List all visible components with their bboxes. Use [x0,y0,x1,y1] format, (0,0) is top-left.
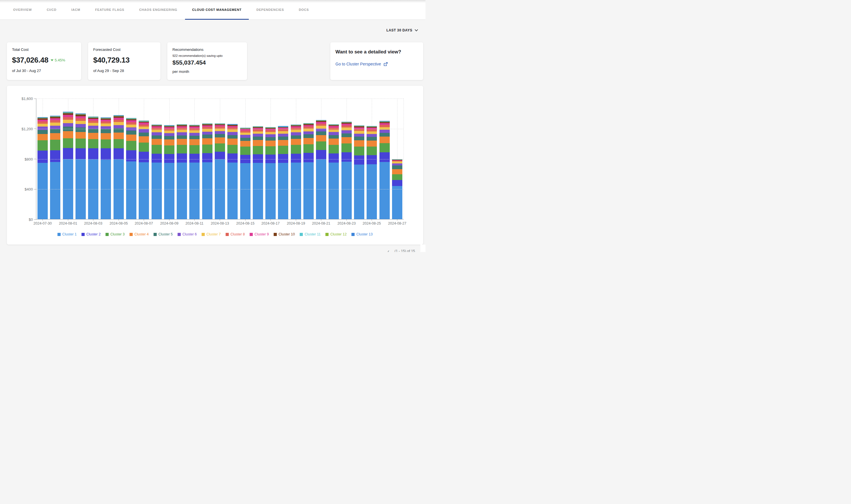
bar-segment-cluster-7[interactable] [227,129,238,132]
bar-segment-cluster-8[interactable] [50,120,60,123]
bar-segment-cluster-1[interactable] [303,162,314,219]
bar-segment-cluster-5[interactable] [88,129,98,133]
bar-segment-cluster-4[interactable] [278,140,288,146]
bar-segment-cluster-3[interactable] [253,146,263,154]
bar-segment-cluster-6[interactable] [291,132,301,136]
bar-segment-cluster-2[interactable] [37,150,48,163]
bar-segment-cluster-1[interactable] [329,163,339,219]
bar-segment-cluster-1[interactable] [278,163,288,219]
bar-segment-cluster-7[interactable] [291,130,301,132]
bar-segment-cluster-2[interactable] [367,155,377,164]
bar-segment-cluster-2[interactable] [101,148,111,160]
legend-item-cluster-2[interactable]: Cluster 2 [82,232,101,236]
bar-segment-cluster-1[interactable] [37,163,48,219]
bar-segment-cluster-9[interactable] [37,120,48,122]
tab-cloud-cost-management[interactable]: CLOUD COST MANAGEMENT [192,0,242,19]
bar-segment-cluster-7[interactable] [63,120,73,123]
bar-segment-cluster-5[interactable] [227,135,238,139]
bar-segment-cluster-5[interactable] [50,129,60,133]
bar-segment-cluster-7[interactable] [126,125,136,127]
bar-segment-cluster-1[interactable] [139,162,149,219]
bar-segment-cluster-1[interactable] [253,163,263,219]
bar-segment-cluster-2[interactable] [63,148,73,159]
legend-item-cluster-3[interactable]: Cluster 3 [105,232,125,236]
bar-segment-cluster-3[interactable] [291,145,301,154]
bar-segment-cluster-5[interactable] [215,134,225,138]
tab-ci-cd[interactable]: CI/CD [47,0,57,19]
bar-segment-cluster-4[interactable] [291,139,301,145]
bar-segment-cluster-8[interactable] [380,125,390,127]
bar-segment-cluster-4[interactable] [139,136,149,143]
bar-segment-cluster-3[interactable] [202,145,212,153]
bar-segment-cluster-6[interactable] [37,127,48,130]
legend-item-cluster-7[interactable]: Cluster 7 [202,232,221,236]
legend-item-cluster-8[interactable]: Cluster 8 [226,232,245,236]
bar-segment-cluster-7[interactable] [316,126,326,129]
legend-item-cluster-5[interactable]: Cluster 5 [154,232,173,236]
bar-segment-cluster-7[interactable] [380,127,390,130]
bar-segment-cluster-2[interactable] [392,180,402,186]
bar-segment-cluster-1[interactable] [126,161,136,219]
tab-docs[interactable]: DOCS [299,0,309,19]
bar-segment-cluster-8[interactable] [139,125,149,127]
bar-segment-cluster-2[interactable] [202,153,212,162]
bar-segment-cluster-3[interactable] [37,140,48,150]
bar-segment-cluster-3[interactable] [152,145,162,154]
bar-segment-cluster-4[interactable] [50,133,60,140]
bar-segment-cluster-6[interactable] [177,132,187,136]
bar-segment-cluster-6[interactable] [152,132,162,136]
bar-segment-cluster-3[interactable] [342,143,352,152]
bar-segment-cluster-6[interactable] [392,163,402,165]
tab-overview[interactable]: OVERVIEW [13,0,32,19]
bar-segment-cluster-2[interactable] [126,150,136,161]
bar-segment-cluster-5[interactable] [126,130,136,134]
bar-segment-cluster-1[interactable] [50,162,60,219]
bar-segment-cluster-2[interactable] [316,150,326,159]
bar-segment-cluster-4[interactable] [367,141,377,147]
bar-segment-cluster-6[interactable] [75,124,86,127]
bar-segment-cluster-2[interactable] [291,154,301,163]
bar-segment-cluster-1[interactable] [380,162,390,219]
bar-segment-cluster-3[interactable] [227,145,238,154]
bar-segment-cluster-1[interactable] [164,163,174,219]
legend-item-cluster-4[interactable]: Cluster 4 [129,232,149,236]
bar-segment-cluster-4[interactable] [215,138,225,143]
bar-segment-cluster-4[interactable] [101,133,111,140]
bar-segment-cluster-8[interactable] [253,129,263,131]
bar-segment-cluster-5[interactable] [152,136,162,139]
bar-segment-cluster-3[interactable] [316,141,326,150]
bar-segment-cluster-5[interactable] [177,136,187,139]
bar-segment-cluster-7[interactable] [152,130,162,132]
tab-dependencies[interactable]: DEPENDENCIES [257,0,284,19]
bar-segment-cluster-6[interactable] [240,135,250,138]
bar-segment-cluster-6[interactable] [88,126,98,129]
bar-segment-cluster-2[interactable] [253,154,263,163]
bar-segment-cluster-7[interactable] [75,121,86,124]
bar-segment-cluster-3[interactable] [75,139,86,148]
bar-segment-cluster-7[interactable] [392,161,402,163]
legend-item-cluster-1[interactable]: Cluster 1 [57,232,76,236]
bar-segment-cluster-3[interactable] [380,143,390,152]
bar-segment-cluster-8[interactable] [354,129,364,131]
bar-segment-cluster-4[interactable] [88,133,98,139]
bar-segment-cluster-3[interactable] [278,146,288,154]
bar-segment-cluster-2[interactable] [50,150,60,162]
bar-segment-cluster-5[interactable] [392,165,402,169]
bar-segment-cluster-4[interactable] [189,139,199,145]
bar-segment-cluster-6[interactable] [278,134,288,137]
bar-segment-cluster-4[interactable] [37,134,48,140]
bar-segment-cluster-6[interactable] [253,134,263,137]
bar-segment-cluster-5[interactable] [189,136,199,139]
bar-segment-cluster-6[interactable] [354,134,364,137]
bar-segment-cluster-6[interactable] [380,130,390,133]
bar-segment-cluster-6[interactable] [189,133,199,136]
tab-iacm[interactable]: IACM [71,0,80,19]
bar-segment-cluster-7[interactable] [367,131,377,134]
bar-segment-cluster-2[interactable] [342,152,352,162]
bar-segment-cluster-8[interactable] [303,127,314,129]
bar-segment-cluster-2[interactable] [75,148,86,159]
bar-segment-cluster-2[interactable] [152,154,162,163]
bar-segment-cluster-2[interactable] [189,154,199,163]
bar-segment-cluster-8[interactable] [114,120,124,122]
bar-segment-cluster-3[interactable] [303,144,314,153]
